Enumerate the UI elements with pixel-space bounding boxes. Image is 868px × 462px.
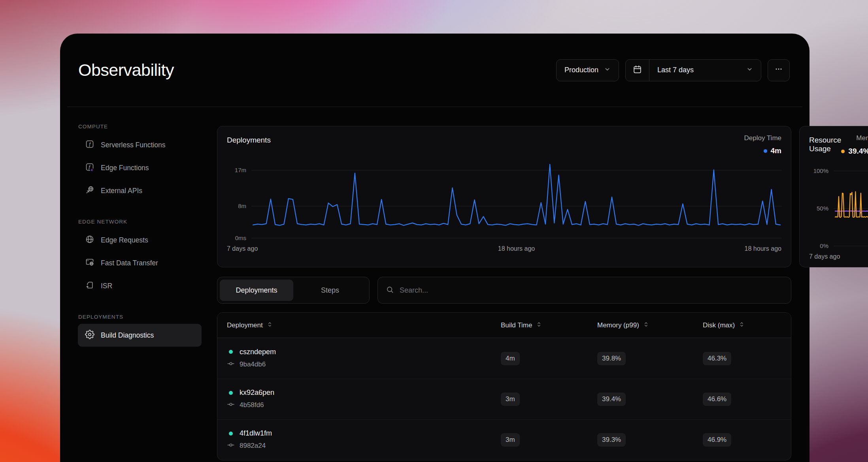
sidebar-item-build-diagnostics[interactable]: Build Diagnostics bbox=[78, 324, 202, 347]
legend-dot bbox=[841, 150, 845, 153]
sort-icon bbox=[739, 321, 745, 329]
svg-text:7 days ago: 7 days ago bbox=[227, 245, 258, 252]
svg-text:100%: 100% bbox=[813, 167, 828, 174]
memory-p99-value-cell: 39.8% bbox=[597, 352, 703, 365]
date-range-selector[interactable]: Last 7 days bbox=[649, 60, 761, 81]
sidebar-item-edge-functions[interactable]: ƒεEdge Functions bbox=[78, 156, 202, 179]
status-dot-wrap bbox=[227, 391, 235, 395]
disk-max-value: 46.3% bbox=[703, 352, 731, 365]
table-row[interactable]: cszndepem9ba4db64m39.8%46.3% bbox=[217, 338, 791, 379]
table-header: DeploymentBuild TimeMemory (p99)Disk (ma… bbox=[217, 313, 791, 338]
deployment-name: cszndepem bbox=[240, 348, 276, 356]
calendar-icon bbox=[632, 64, 642, 76]
sort-icon bbox=[536, 321, 542, 329]
sidebar-item-edge-requests[interactable]: Edge Requests bbox=[78, 229, 202, 252]
more-options-button[interactable] bbox=[768, 59, 790, 81]
legend-item: Deploy Time4m bbox=[744, 134, 781, 155]
deployment-name: kx92a6pen bbox=[240, 389, 274, 397]
commit-icon bbox=[227, 360, 235, 369]
chart-cards: DeploymentsDeploy Time4m17m8m0ms7 days a… bbox=[217, 126, 791, 267]
status-dot bbox=[229, 391, 233, 395]
chart-plot: 17m8m0ms7 days ago18 hours ago18 hours a… bbox=[227, 157, 781, 255]
chart-legend: Deploy Time4m bbox=[744, 134, 781, 155]
globe-icon bbox=[85, 235, 94, 246]
memory-p99-value-cell: 39.3% bbox=[597, 433, 703, 447]
date-range-label: Last 7 days bbox=[657, 66, 694, 74]
sidebar-item-fast-data-transfer[interactable]: Fast Data Transfer bbox=[78, 252, 202, 274]
function-icon: ƒ bbox=[85, 139, 94, 151]
column-label: Build Time bbox=[501, 321, 532, 329]
search-box[interactable] bbox=[377, 277, 791, 304]
sidebar-section: EDGE NETWORKEdge RequestsFast Data Trans… bbox=[78, 219, 202, 297]
legend-dot bbox=[764, 149, 767, 153]
toolbar: DeploymentsSteps bbox=[217, 277, 791, 304]
sidebar-item-external-apis[interactable]: External APIs bbox=[78, 179, 202, 202]
legend-value-row: 4m bbox=[764, 146, 781, 155]
deployment-name-line: cszndepem bbox=[227, 348, 501, 356]
chart-plot: 100%50%0%7 days ago18 hours ago18 hours … bbox=[809, 165, 868, 263]
search-input[interactable] bbox=[400, 286, 783, 295]
chevron-down-icon bbox=[746, 66, 753, 75]
build-time-value: 3m bbox=[501, 433, 520, 447]
sidebar-section-label: DEPLOYMENTS bbox=[78, 314, 202, 320]
deployment-cell: kx92a6pen4b58fd6 bbox=[227, 389, 501, 410]
main-area: DeploymentsDeploy Time4m17m8m0ms7 days a… bbox=[217, 107, 791, 460]
tab-steps[interactable]: Steps bbox=[293, 280, 367, 301]
legend-name: Deploy Time bbox=[744, 134, 781, 142]
legend-value-row: 39.4%+0.4% bbox=[841, 146, 868, 156]
commit-hash: 9ba4db6 bbox=[240, 361, 266, 368]
svg-text:17m: 17m bbox=[235, 167, 246, 173]
external-apis-icon bbox=[85, 185, 94, 197]
sidebar-item-isr[interactable]: ISR bbox=[78, 274, 202, 297]
build-time-value: 4m bbox=[501, 352, 520, 365]
deployment-commit-line: 8982a24 bbox=[227, 441, 501, 451]
sort-icon bbox=[267, 321, 273, 329]
deployments-table: DeploymentBuild TimeMemory (p99)Disk (ma… bbox=[217, 312, 791, 460]
sidebar-section-label: EDGE NETWORK bbox=[78, 219, 202, 225]
status-dot bbox=[229, 432, 233, 436]
column-header-build-time[interactable]: Build Time bbox=[501, 321, 597, 329]
chart-title: Resource Usage bbox=[809, 134, 841, 153]
commit-icon bbox=[227, 400, 235, 410]
chevron-down-icon bbox=[604, 66, 611, 75]
header-controls: Production Last 7 days bbox=[556, 59, 790, 81]
disk-max-value: 46.6% bbox=[703, 393, 731, 406]
sidebar-item-label: Fast Data Transfer bbox=[101, 259, 158, 267]
table-row[interactable]: kx92a6pen4b58fd63m39.4%46.6% bbox=[217, 379, 791, 419]
sidebar-section: DEPLOYMENTSBuild Diagnostics bbox=[78, 314, 202, 347]
column-label: Memory (p99) bbox=[597, 321, 639, 329]
legend-name: Memory (p99) bbox=[856, 134, 868, 142]
chart-card-header: Resource UsageMemory (p99)39.4%+0.4%Disk… bbox=[809, 134, 868, 163]
chart-legend: Memory (p99)39.4%+0.4%Disk (max)46.6% bbox=[841, 134, 868, 163]
environment-selector[interactable]: Production bbox=[556, 59, 619, 81]
content: COMPUTEƒServerless FunctionsƒεEdge Funct… bbox=[60, 107, 810, 460]
deployment-name-line: kx92a6pen bbox=[227, 389, 501, 397]
memory-p99-value: 39.4% bbox=[597, 393, 626, 406]
deployment-cell: 4f1dlw1fm8982a24 bbox=[227, 429, 501, 451]
edge-function-icon: ƒε bbox=[85, 162, 94, 174]
ellipsis-icon bbox=[774, 65, 783, 75]
isr-icon bbox=[85, 280, 94, 292]
disk-max-value: 46.9% bbox=[703, 433, 731, 447]
deployment-commit-line: 4b58fd6 bbox=[227, 400, 501, 410]
column-header-deployment[interactable]: Deployment bbox=[227, 321, 501, 329]
sidebar-section: COMPUTEƒServerless FunctionsƒεEdge Funct… bbox=[78, 124, 202, 202]
sidebar-item-label: ISR bbox=[101, 282, 112, 290]
sort-icon bbox=[643, 321, 649, 329]
sidebar-item-label: Edge Requests bbox=[101, 236, 148, 244]
column-header-disk-max-[interactable]: Disk (max) bbox=[703, 321, 781, 329]
table-row[interactable]: 4f1dlw1fm8982a243m39.3%46.9% bbox=[217, 419, 791, 460]
sidebar-item-serverless-functions[interactable]: ƒServerless Functions bbox=[78, 133, 202, 156]
calendar-button[interactable] bbox=[626, 60, 649, 81]
memory-p99-value: 39.8% bbox=[597, 352, 626, 365]
column-header-memory-p99-[interactable]: Memory (p99) bbox=[597, 321, 703, 329]
tab-deployments[interactable]: Deployments bbox=[220, 280, 293, 301]
build-time-value-cell: 3m bbox=[501, 393, 597, 406]
data-transfer-icon bbox=[85, 257, 94, 269]
app-header: Observability Production Last 7 days bbox=[60, 34, 810, 107]
chart-card-deployments: DeploymentsDeploy Time4m17m8m0ms7 days a… bbox=[217, 126, 791, 267]
deployment-commit-line: 9ba4db6 bbox=[227, 360, 501, 369]
legend-value: 39.4% bbox=[848, 147, 868, 156]
build-time-value-cell: 3m bbox=[501, 433, 597, 447]
svg-text:ƒ: ƒ bbox=[88, 164, 91, 169]
